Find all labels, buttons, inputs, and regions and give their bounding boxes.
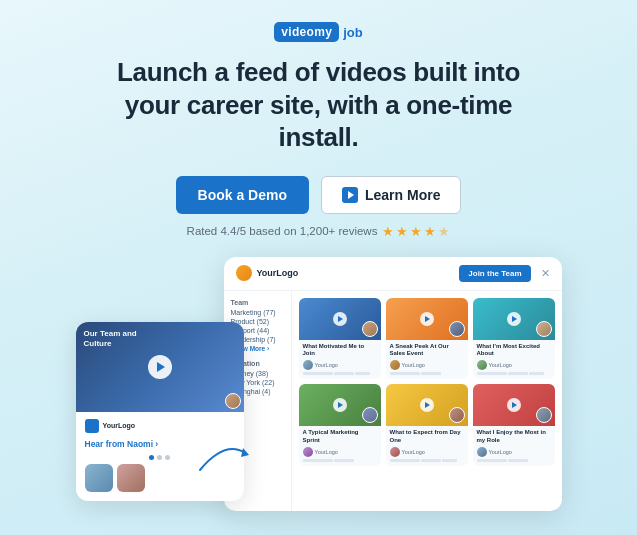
card-1-info: What Motivated Me to Join YourLogo (299, 340, 381, 380)
video-card-6[interactable]: What I Enjoy the Most in my Role YourLog… (473, 384, 555, 466)
bar-1 (390, 459, 420, 462)
card-1-title: What Motivated Me to Join (303, 343, 377, 359)
sidebar-team-label: Team (231, 299, 284, 306)
widget-face-overlay (225, 393, 241, 409)
card-5-name: YourLogo (402, 449, 425, 455)
bar-3 (529, 372, 544, 375)
bar-2 (508, 459, 528, 462)
card-6-image (473, 384, 555, 426)
card-5-play (420, 398, 434, 412)
join-team-button[interactable]: Join the Team (459, 265, 530, 282)
headline-line1: Launch a feed of videos built into (117, 57, 520, 87)
card-2-play (420, 312, 434, 326)
bar-2 (334, 372, 354, 375)
card-5-info: What to Expect from Day One YourLogo (386, 426, 468, 466)
card-3-face (536, 321, 552, 337)
card-2-bars (390, 372, 464, 375)
bar-1 (477, 372, 507, 375)
card-2-image (386, 298, 468, 340)
dot-2 (157, 455, 162, 460)
card-3-info: What I'm Most Excited About YourLogo (473, 340, 555, 380)
dashboard-content: Team Marketing (77) Product (52) Support… (224, 291, 562, 511)
bar-2 (508, 372, 528, 375)
card-1-meta: YourLogo (303, 360, 377, 370)
card-6-info: What I Enjoy the Most in my Role YourLog… (473, 426, 555, 466)
widget-logo-text: YourLogo (103, 422, 136, 429)
card-2-avatar (390, 360, 400, 370)
card-6-face (536, 407, 552, 423)
bar-3 (442, 459, 457, 462)
rating-text: Rated 4.4/5 based on 1,200+ reviews (187, 225, 378, 237)
card-4-name: YourLogo (315, 449, 338, 455)
book-demo-button[interactable]: Book a Demo (176, 176, 309, 214)
bar-2 (421, 459, 441, 462)
learn-more-button[interactable]: Learn More (321, 176, 461, 214)
card-4-image (299, 384, 381, 426)
video-card-grid: What Motivated Me to Join YourLogo (299, 298, 555, 466)
card-5-image (386, 384, 468, 426)
card-4-face (362, 407, 378, 423)
star-4: ★ (424, 224, 436, 239)
thumb-1 (85, 464, 113, 492)
card-2-title: A Sneak Peek At Our Sales Event (390, 343, 464, 359)
card-6-bars (477, 459, 551, 462)
video-card-3[interactable]: What I'm Most Excited About YourLogo (473, 298, 555, 380)
screenshots-area: Our Team and Culture YourLogo Hear from … (0, 257, 637, 511)
video-card-2[interactable]: A Sneak Peek At Our Sales Event YourLogo (386, 298, 468, 380)
card-2-info: A Sneak Peek At Our Sales Event YourLogo (386, 340, 468, 380)
card-5-avatar (390, 447, 400, 457)
play-icon (342, 187, 358, 203)
card-4-info: A Typical Marketing Sprint YourLogo (299, 426, 381, 466)
widget-video-area: Our Team and Culture (76, 322, 244, 412)
card-4-title: A Typical Marketing Sprint (303, 429, 377, 445)
headline-line2: your career site, with a one-time (125, 90, 512, 120)
card-6-play (507, 398, 521, 412)
card-3-image (473, 298, 555, 340)
dot-3 (165, 455, 170, 460)
sidebar-item-marketing[interactable]: Marketing (77) (231, 309, 284, 316)
card-3-meta: YourLogo (477, 360, 551, 370)
rating-row: Rated 4.4/5 based on 1,200+ reviews ★ ★ … (187, 224, 451, 239)
card-4-meta: YourLogo (303, 447, 377, 457)
video-card-4[interactable]: A Typical Marketing Sprint YourLogo (299, 384, 381, 466)
star-5-half: ★ (438, 224, 450, 239)
card-6-avatar (477, 447, 487, 457)
right-dashboard: YourLogo Join the Team ✕ Team Marketing … (224, 257, 562, 511)
video-card-5[interactable]: What to Expect from Day One YourLogo (386, 384, 468, 466)
dashboard-logo: YourLogo (236, 265, 299, 281)
card-6-meta: YourLogo (477, 447, 551, 457)
bar-1 (303, 459, 333, 462)
card-3-bars (477, 372, 551, 375)
card-3-name: YourLogo (489, 362, 512, 368)
dashboard-logo-circle (236, 265, 252, 281)
card-1-avatar (303, 360, 313, 370)
card-1-image (299, 298, 381, 340)
dashboard-logo-text: YourLogo (257, 268, 299, 278)
star-1: ★ (382, 224, 394, 239)
widget-logo-row: YourLogo (85, 419, 235, 433)
widget-play-button[interactable] (148, 355, 172, 379)
card-5-bars (390, 459, 464, 462)
bar-1 (477, 459, 507, 462)
video-card-1[interactable]: What Motivated Me to Join YourLogo (299, 298, 381, 380)
learn-more-label: Learn More (365, 187, 440, 203)
bar-2 (334, 459, 354, 462)
arrow-connector (195, 435, 250, 479)
widget-video-title: Our Team and Culture (84, 329, 154, 350)
dashboard-close-button[interactable]: ✕ (541, 267, 550, 280)
bar-2 (421, 372, 441, 375)
cta-row: Book a Demo Learn More (176, 176, 462, 214)
logo-badge: videomy (274, 22, 339, 42)
card-5-meta: YourLogo (390, 447, 464, 457)
headline-line3: install. (279, 122, 359, 152)
card-4-avatar (303, 447, 313, 457)
card-2-name: YourLogo (402, 362, 425, 368)
bar-1 (390, 372, 420, 375)
svg-marker-0 (241, 448, 249, 457)
star-3: ★ (410, 224, 422, 239)
thumb-2 (117, 464, 145, 492)
card-6-title: What I Enjoy the Most in my Role (477, 429, 551, 445)
card-1-bars (303, 372, 377, 375)
card-1-name: YourLogo (315, 362, 338, 368)
star-2: ★ (396, 224, 408, 239)
